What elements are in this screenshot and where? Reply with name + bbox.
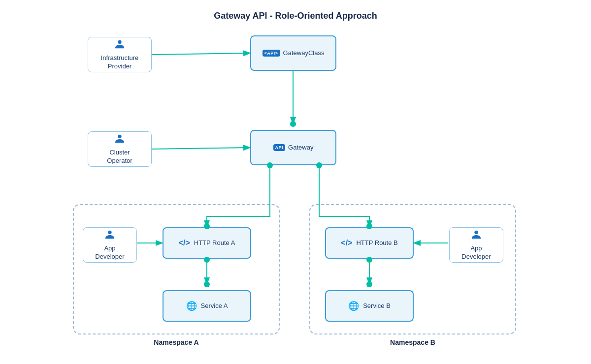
service-a-node: 🌐 Service A (163, 290, 251, 322)
namespace-a-label: Namespace A (154, 338, 198, 346)
person-icon-dev-b (471, 229, 482, 243)
http-route-a-node: </> HTTP Route A (163, 227, 251, 259)
infrastructure-provider-label: InfrastructureProvider (101, 54, 139, 71)
svg-point-1 (118, 134, 121, 138)
http-route-b-label: HTTP Route B (356, 239, 397, 247)
namespace-b-label: Namespace B (390, 338, 435, 346)
svg-point-2 (108, 230, 111, 234)
app-developer-b-node: AppDeveloper (449, 227, 503, 263)
infrastructure-provider-node: InfrastructureProvider (88, 37, 152, 72)
api-badge-gatewayclass: <API> (263, 50, 280, 57)
service-b-node: 🌐 Service B (325, 290, 414, 322)
person-icon-operator (114, 133, 125, 147)
arrow-operator-to-gateway (152, 148, 249, 149)
globe-icon-a: 🌐 (186, 301, 197, 311)
dot-gateway-top (290, 121, 296, 127)
app-developer-a-label: AppDeveloper (95, 244, 124, 261)
http-route-b-node: </> HTTP Route B (325, 227, 414, 259)
person-icon-dev-a (104, 229, 115, 243)
code-icon-b: </> (341, 239, 352, 247)
api-badge-gateway: API (273, 144, 286, 151)
http-route-a-label: HTTP Route A (194, 239, 235, 247)
cluster-operator-node: ClusterOperator (88, 131, 152, 167)
arrow-infra-to-gatewayclass (152, 53, 249, 55)
gateway-class-label: GatewayClass (283, 49, 325, 58)
svg-point-0 (118, 40, 121, 43)
service-b-label: Service B (363, 302, 391, 310)
service-a-label: Service A (201, 302, 228, 310)
gateway-label: Gateway (288, 144, 313, 152)
code-icon-a: </> (179, 239, 190, 247)
page-title: Gateway API - Role-Oriented Approach (0, 11, 591, 21)
app-developer-b-label: AppDeveloper (461, 244, 491, 261)
cluster-operator-label: ClusterOperator (107, 149, 132, 165)
gateway-class-node: <API> GatewayClass (250, 35, 336, 71)
globe-icon-b: 🌐 (348, 301, 359, 311)
app-developer-a-node: AppDeveloper (83, 227, 137, 263)
person-icon-infra (114, 39, 125, 52)
diagram: Gateway API - Role-Oriented Approach Nam… (0, 0, 591, 364)
gateway-node: API Gateway (250, 130, 336, 165)
svg-point-3 (474, 230, 478, 234)
